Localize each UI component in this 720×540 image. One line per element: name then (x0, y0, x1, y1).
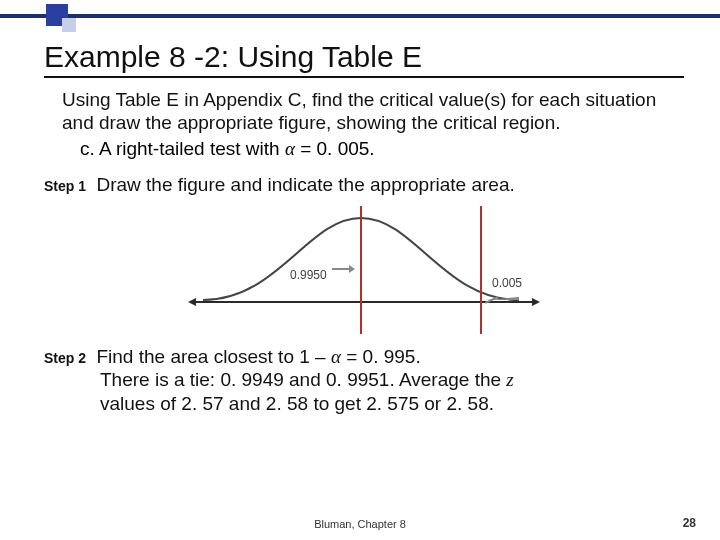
x-axis (194, 301, 534, 303)
slide-content: Example 8 -2: Using Table E Using Table … (44, 40, 684, 415)
z-symbol: z (506, 369, 513, 390)
left-pointer (332, 268, 350, 270)
step-1-text: Draw the figure and indicate the appropr… (96, 174, 514, 195)
left-area-label: 0.9950 (290, 268, 327, 282)
sub-item-c: c. A right-tailed test with α = 0. 005. (80, 138, 684, 160)
step2-line1b: = 0. 995. (341, 346, 421, 367)
step-2: Step 2 Find the area closest to 1 – α = … (44, 346, 684, 414)
step-1: Step 1 Draw the figure and indicate the … (44, 174, 684, 196)
step-2-line3: values of 2. 57 and 2. 58 to get 2. 575 … (100, 392, 680, 415)
footer-text: Bluman, Chapter 8 (0, 518, 720, 530)
step-2-line1: Find the area closest to 1 – α = 0. 995. (96, 346, 420, 367)
normal-curve-figure: 0.9950 0.005 (184, 206, 544, 336)
intro-paragraph: Using Table E in Appendix C, find the cr… (62, 88, 662, 134)
subc-suffix: = 0. 005. (295, 138, 375, 159)
step-2-label: Step 2 (44, 350, 86, 366)
page-title: Example 8 -2: Using Table E (44, 40, 684, 78)
page-number: 28 (683, 516, 696, 530)
step-1-label: Step 1 (44, 178, 86, 194)
step2-line1a: Find the area closest to 1 – (96, 346, 330, 367)
center-line (360, 206, 362, 334)
critical-line (480, 206, 482, 334)
header-square-small (62, 18, 76, 32)
normal-curve-svg (198, 212, 528, 304)
step-2-line2: There is a tie: 0. 9949 and 0. 9951. Ave… (100, 368, 680, 391)
step2-line2a: There is a tie: 0. 9949 and 0. 9951. Ave… (100, 369, 506, 390)
alpha-symbol: α (285, 138, 295, 159)
header-rule (0, 14, 720, 18)
alpha-symbol-2: α (331, 346, 341, 367)
right-area-label: 0.005 (492, 276, 522, 290)
subc-prefix: c. A right-tailed test with (80, 138, 285, 159)
